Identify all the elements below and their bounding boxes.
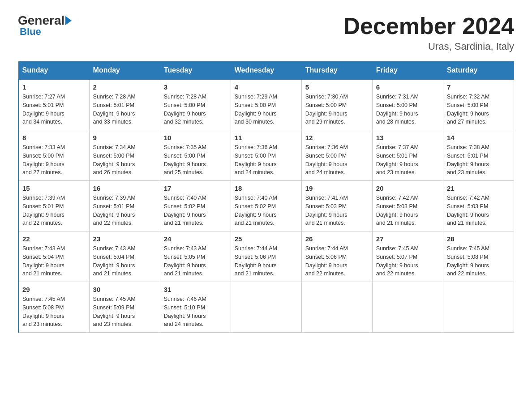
table-row: 18 Sunrise: 7:40 AM Sunset: 5:02 PM Dayl… bbox=[231, 181, 301, 231]
table-row: 12 Sunrise: 7:36 AM Sunset: 5:00 PM Dayl… bbox=[301, 130, 372, 181]
day-info: Sunrise: 7:39 AM Sunset: 5:01 PM Dayligh… bbox=[93, 194, 156, 227]
day-number: 12 bbox=[305, 134, 369, 141]
day-info: Sunrise: 7:35 AM Sunset: 5:00 PM Dayligh… bbox=[164, 143, 227, 177]
day-number: 28 bbox=[447, 235, 510, 243]
table-row bbox=[372, 282, 443, 333]
day-number: 11 bbox=[235, 134, 298, 141]
day-info: Sunrise: 7:40 AM Sunset: 5:02 PM Dayligh… bbox=[235, 194, 298, 227]
table-row: 24 Sunrise: 7:43 AM Sunset: 5:05 PM Dayl… bbox=[160, 231, 231, 282]
table-row: 16 Sunrise: 7:39 AM Sunset: 5:01 PM Dayl… bbox=[89, 181, 160, 231]
day-info: Sunrise: 7:40 AM Sunset: 5:02 PM Dayligh… bbox=[164, 194, 227, 227]
table-row: 11 Sunrise: 7:36 AM Sunset: 5:00 PM Dayl… bbox=[231, 130, 301, 181]
day-info: Sunrise: 7:45 AM Sunset: 5:08 PM Dayligh… bbox=[22, 295, 86, 329]
table-row: 7 Sunrise: 7:32 AM Sunset: 5:00 PM Dayli… bbox=[443, 79, 514, 130]
day-number: 14 bbox=[447, 134, 510, 141]
header-thursday: Thursday bbox=[301, 62, 372, 80]
table-row: 26 Sunrise: 7:44 AM Sunset: 5:06 PM Dayl… bbox=[301, 231, 372, 282]
day-info: Sunrise: 7:28 AM Sunset: 5:01 PM Dayligh… bbox=[93, 93, 156, 126]
day-number: 7 bbox=[447, 83, 510, 91]
table-row: 9 Sunrise: 7:34 AM Sunset: 5:00 PM Dayli… bbox=[89, 130, 160, 181]
day-info: Sunrise: 7:45 AM Sunset: 5:08 PM Dayligh… bbox=[447, 244, 510, 278]
day-number: 16 bbox=[93, 184, 156, 192]
day-number: 1 bbox=[22, 83, 86, 91]
day-info: Sunrise: 7:30 AM Sunset: 5:00 PM Dayligh… bbox=[305, 93, 369, 126]
calendar-title-area: December 2024 Uras, Sardinia, Italy bbox=[343, 13, 514, 52]
day-info: Sunrise: 7:44 AM Sunset: 5:06 PM Dayligh… bbox=[235, 244, 298, 278]
day-info: Sunrise: 7:38 AM Sunset: 5:01 PM Dayligh… bbox=[447, 143, 510, 177]
table-row bbox=[443, 282, 514, 333]
table-row: 8 Sunrise: 7:33 AM Sunset: 5:00 PM Dayli… bbox=[18, 130, 89, 181]
day-number: 30 bbox=[93, 286, 156, 293]
header-monday: Monday bbox=[89, 62, 160, 80]
day-info: Sunrise: 7:42 AM Sunset: 5:03 PM Dayligh… bbox=[376, 194, 439, 227]
calendar-week-row: 1 Sunrise: 7:27 AM Sunset: 5:01 PM Dayli… bbox=[18, 79, 514, 130]
table-row: 21 Sunrise: 7:42 AM Sunset: 5:03 PM Dayl… bbox=[443, 181, 514, 231]
day-number: 25 bbox=[235, 235, 298, 243]
table-row: 25 Sunrise: 7:44 AM Sunset: 5:06 PM Dayl… bbox=[231, 231, 301, 282]
day-info: Sunrise: 7:43 AM Sunset: 5:04 PM Dayligh… bbox=[93, 244, 156, 278]
day-info: Sunrise: 7:37 AM Sunset: 5:01 PM Dayligh… bbox=[376, 143, 439, 177]
day-info: Sunrise: 7:33 AM Sunset: 5:00 PM Dayligh… bbox=[22, 143, 86, 177]
calendar-week-row: 15 Sunrise: 7:39 AM Sunset: 5:01 PM Dayl… bbox=[18, 181, 514, 231]
header-friday: Friday bbox=[372, 62, 443, 80]
table-row: 28 Sunrise: 7:45 AM Sunset: 5:08 PM Dayl… bbox=[443, 231, 514, 282]
day-number: 17 bbox=[164, 184, 227, 192]
day-info: Sunrise: 7:45 AM Sunset: 5:09 PM Dayligh… bbox=[93, 295, 156, 329]
calendar-week-row: 29 Sunrise: 7:45 AM Sunset: 5:08 PM Dayl… bbox=[18, 282, 514, 333]
day-info: Sunrise: 7:43 AM Sunset: 5:04 PM Dayligh… bbox=[22, 244, 86, 278]
table-row: 23 Sunrise: 7:43 AM Sunset: 5:04 PM Dayl… bbox=[89, 231, 160, 282]
table-row: 4 Sunrise: 7:29 AM Sunset: 5:00 PM Dayli… bbox=[231, 79, 301, 130]
header-tuesday: Tuesday bbox=[160, 62, 231, 80]
day-info: Sunrise: 7:31 AM Sunset: 5:00 PM Dayligh… bbox=[376, 93, 439, 126]
day-number: 22 bbox=[22, 235, 86, 243]
day-number: 10 bbox=[164, 134, 227, 141]
day-info: Sunrise: 7:39 AM Sunset: 5:01 PM Dayligh… bbox=[22, 194, 86, 227]
day-info: Sunrise: 7:43 AM Sunset: 5:05 PM Dayligh… bbox=[164, 244, 227, 278]
day-number: 29 bbox=[22, 286, 86, 293]
day-number: 24 bbox=[164, 235, 227, 243]
day-info: Sunrise: 7:45 AM Sunset: 5:07 PM Dayligh… bbox=[376, 244, 439, 278]
day-number: 5 bbox=[305, 83, 369, 91]
table-row: 27 Sunrise: 7:45 AM Sunset: 5:07 PM Dayl… bbox=[372, 231, 443, 282]
day-number: 15 bbox=[22, 184, 86, 192]
logo-blue-part bbox=[64, 16, 73, 25]
table-row: 13 Sunrise: 7:37 AM Sunset: 5:01 PM Dayl… bbox=[372, 130, 443, 181]
header-sunday: Sunday bbox=[18, 62, 89, 80]
month-title: December 2024 bbox=[343, 13, 514, 39]
day-info: Sunrise: 7:29 AM Sunset: 5:00 PM Dayligh… bbox=[235, 93, 298, 126]
table-row bbox=[301, 282, 372, 333]
day-info: Sunrise: 7:36 AM Sunset: 5:00 PM Dayligh… bbox=[235, 143, 298, 177]
table-row: 15 Sunrise: 7:39 AM Sunset: 5:01 PM Dayl… bbox=[18, 181, 89, 231]
day-info: Sunrise: 7:42 AM Sunset: 5:03 PM Dayligh… bbox=[447, 194, 510, 227]
day-number: 26 bbox=[305, 235, 369, 243]
day-number: 3 bbox=[164, 83, 227, 91]
table-row: 6 Sunrise: 7:31 AM Sunset: 5:00 PM Dayli… bbox=[372, 79, 443, 130]
table-row: 17 Sunrise: 7:40 AM Sunset: 5:02 PM Dayl… bbox=[160, 181, 231, 231]
logo: General Blue bbox=[18, 13, 73, 38]
day-number: 21 bbox=[447, 184, 510, 192]
day-info: Sunrise: 7:32 AM Sunset: 5:00 PM Dayligh… bbox=[447, 93, 510, 126]
day-number: 6 bbox=[376, 83, 439, 91]
header-saturday: Saturday bbox=[443, 62, 514, 80]
calendar-week-row: 8 Sunrise: 7:33 AM Sunset: 5:00 PM Dayli… bbox=[18, 130, 514, 181]
table-row: 14 Sunrise: 7:38 AM Sunset: 5:01 PM Dayl… bbox=[443, 130, 514, 181]
table-row: 20 Sunrise: 7:42 AM Sunset: 5:03 PM Dayl… bbox=[372, 181, 443, 231]
table-row: 5 Sunrise: 7:30 AM Sunset: 5:00 PM Dayli… bbox=[301, 79, 372, 130]
day-info: Sunrise: 7:28 AM Sunset: 5:00 PM Dayligh… bbox=[164, 93, 227, 126]
header-wednesday: Wednesday bbox=[231, 62, 301, 80]
day-number: 13 bbox=[376, 134, 439, 141]
day-number: 31 bbox=[164, 286, 227, 293]
table-row: 2 Sunrise: 7:28 AM Sunset: 5:01 PM Dayli… bbox=[89, 79, 160, 130]
day-info: Sunrise: 7:27 AM Sunset: 5:01 PM Dayligh… bbox=[22, 93, 86, 126]
calendar-week-row: 22 Sunrise: 7:43 AM Sunset: 5:04 PM Dayl… bbox=[18, 231, 514, 282]
day-info: Sunrise: 7:36 AM Sunset: 5:00 PM Dayligh… bbox=[305, 143, 369, 177]
day-number: 23 bbox=[93, 235, 156, 243]
day-number: 4 bbox=[235, 83, 298, 91]
table-row: 19 Sunrise: 7:41 AM Sunset: 5:03 PM Dayl… bbox=[301, 181, 372, 231]
logo-triangle-icon bbox=[65, 16, 72, 25]
table-row: 22 Sunrise: 7:43 AM Sunset: 5:04 PM Dayl… bbox=[18, 231, 89, 282]
day-number: 9 bbox=[93, 134, 156, 141]
day-number: 2 bbox=[93, 83, 156, 91]
day-info: Sunrise: 7:44 AM Sunset: 5:06 PM Dayligh… bbox=[305, 244, 369, 278]
table-row: 31 Sunrise: 7:46 AM Sunset: 5:10 PM Dayl… bbox=[160, 282, 231, 333]
